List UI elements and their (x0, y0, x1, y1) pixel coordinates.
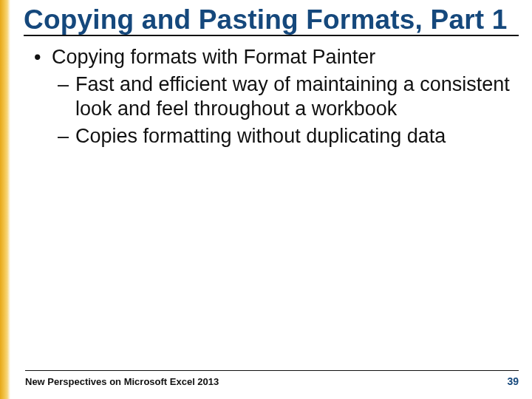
bullet-text: Copying formats with Format Painter (52, 46, 375, 68)
slide-title: Copying and Pasting Formats, Part 1 (24, 4, 519, 36)
footer-row: New Perspectives on Microsoft Excel 2013… (25, 375, 519, 387)
slide-content: Copying and Pasting Formats, Part 1 Copy… (10, 0, 532, 399)
bullet-text: Fast and efficient way of maintaining a … (75, 73, 510, 120)
bullet-level2: Copies formatting without duplicating da… (24, 124, 519, 149)
bullet-level2: Fast and efficient way of maintaining a … (24, 72, 519, 121)
footer-source: New Perspectives on Microsoft Excel 2013 (25, 376, 219, 387)
bullet-text: Copies formatting without duplicating da… (75, 125, 446, 147)
accent-strip (0, 0, 10, 399)
page-number: 39 (507, 375, 519, 387)
bullet-level1: Copying formats with Format Painter (24, 45, 519, 69)
slide-footer: New Perspectives on Microsoft Excel 2013… (25, 370, 519, 387)
footer-rule (25, 370, 519, 371)
slide-body: Copying formats with Format Painter Fast… (24, 45, 519, 149)
